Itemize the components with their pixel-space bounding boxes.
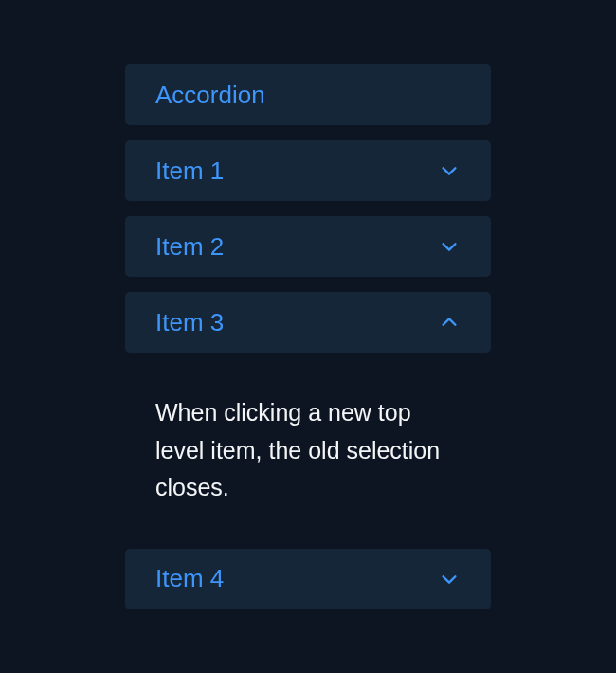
accordion-item-label: Item 4 (155, 564, 224, 593)
accordion-item-label: Item 1 (155, 156, 224, 186)
accordion-header: Accordion (125, 64, 491, 125)
accordion-item-2[interactable]: Item 2 (125, 216, 491, 277)
chevron-down-icon (438, 235, 461, 258)
accordion-item-label: Item 3 (155, 308, 224, 337)
chevron-down-icon (438, 159, 461, 182)
accordion-item-4[interactable]: Item 4 (125, 549, 491, 609)
accordion-item-1[interactable]: Item 1 (125, 140, 491, 201)
chevron-down-icon (438, 568, 461, 591)
accordion-item-3[interactable]: Item 3 (125, 292, 491, 353)
accordion-title: Accordion (155, 81, 265, 110)
accordion-item-label: Item 2 (155, 232, 224, 262)
accordion-content: When clicking a new top level item, the … (125, 353, 491, 549)
chevron-up-icon (438, 311, 461, 334)
